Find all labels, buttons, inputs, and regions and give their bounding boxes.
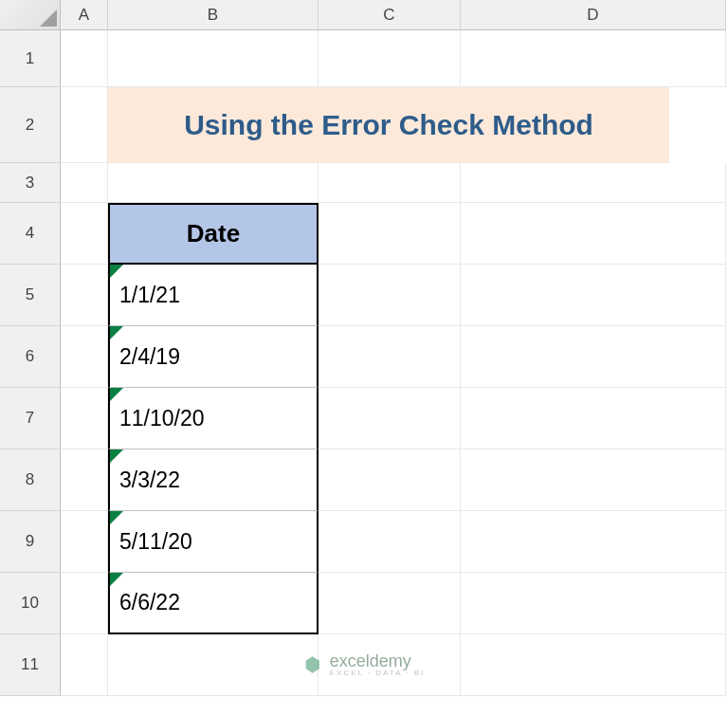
row-header-9[interactable]: 9 <box>0 511 61 573</box>
row-header-10[interactable]: 10 <box>0 573 61 634</box>
col-header-c[interactable]: C <box>318 0 461 30</box>
error-indicator-icon[interactable] <box>110 573 123 586</box>
col-header-a[interactable]: A <box>61 0 108 30</box>
col-header-b[interactable]: B <box>108 0 318 30</box>
cell-b9[interactable]: 5/11/20 <box>108 511 318 573</box>
cell-a11[interactable] <box>61 634 108 696</box>
cell-d9[interactable] <box>461 511 726 573</box>
row-header-11[interactable]: 11 <box>0 634 61 696</box>
cell-d6[interactable] <box>461 326 726 388</box>
row-header-5[interactable]: 5 <box>0 265 61 326</box>
table-header[interactable]: Date <box>108 203 318 265</box>
cell-d11[interactable] <box>461 634 726 696</box>
cell-d1[interactable] <box>461 30 726 87</box>
cell-a9[interactable] <box>61 511 108 573</box>
error-indicator-icon[interactable] <box>110 511 123 524</box>
row-header-7[interactable]: 7 <box>0 388 61 449</box>
spreadsheet-grid: A B C D 1 2 Using the Error Check Method… <box>0 0 728 696</box>
cell-a7[interactable] <box>61 388 108 449</box>
col-header-d[interactable]: D <box>461 0 726 30</box>
row-header-2[interactable]: 2 <box>0 87 61 163</box>
cell-b5[interactable]: 1/1/21 <box>108 265 318 326</box>
error-indicator-icon[interactable] <box>110 388 123 401</box>
cell-b7[interactable]: 11/10/20 <box>108 388 318 449</box>
row-header-4[interactable]: 4 <box>0 203 61 265</box>
watermark-main: exceldemy <box>330 652 426 669</box>
cell-b8[interactable]: 3/3/22 <box>108 449 318 511</box>
watermark: exceldemy EXCEL · DATA · BI <box>303 652 426 677</box>
cell-c4[interactable] <box>318 203 461 265</box>
row-header-8[interactable]: 8 <box>0 449 61 511</box>
cell-a2[interactable] <box>61 87 108 163</box>
cell-d4[interactable] <box>461 203 726 265</box>
cell-c10[interactable] <box>318 573 461 634</box>
cell-a4[interactable] <box>61 203 108 265</box>
cell-a1[interactable] <box>61 30 108 87</box>
row-header-3[interactable]: 3 <box>0 163 61 203</box>
cell-b10[interactable]: 6/6/22 <box>108 573 318 634</box>
watermark-sub: EXCEL · DATA · BI <box>330 669 426 677</box>
title-text: Using the Error Check Method <box>184 109 593 141</box>
cell-b3[interactable] <box>108 163 318 203</box>
select-all-corner[interactable] <box>0 0 61 30</box>
watermark-cube-icon <box>303 655 322 674</box>
row-header-6[interactable]: 6 <box>0 326 61 388</box>
cell-a8[interactable] <box>61 449 108 511</box>
cell-value: 2/4/19 <box>119 344 180 370</box>
error-indicator-icon[interactable] <box>110 326 123 339</box>
cell-a6[interactable] <box>61 326 108 388</box>
cell-a5[interactable] <box>61 265 108 326</box>
row-header-1[interactable]: 1 <box>0 30 61 87</box>
cell-c8[interactable] <box>318 449 461 511</box>
cell-value: 1/1/21 <box>119 283 180 308</box>
cell-b1[interactable] <box>108 30 318 87</box>
cell-c3[interactable] <box>318 163 461 203</box>
cell-c1[interactable] <box>318 30 461 87</box>
title-merged-cell[interactable]: Using the Error Check Method <box>108 87 669 163</box>
cell-a10[interactable] <box>61 573 108 634</box>
cell-c6[interactable] <box>318 326 461 388</box>
cell-value: 11/10/20 <box>119 406 205 431</box>
cell-c7[interactable] <box>318 388 461 449</box>
cell-d8[interactable] <box>461 449 726 511</box>
cell-b11[interactable] <box>108 634 318 696</box>
cell-value: 5/11/20 <box>119 529 192 555</box>
cell-c9[interactable] <box>318 511 461 573</box>
cell-d5[interactable] <box>461 265 726 326</box>
cell-d7[interactable] <box>461 388 726 449</box>
error-indicator-icon[interactable] <box>110 449 123 463</box>
cell-d3[interactable] <box>461 163 726 203</box>
cell-d10[interactable] <box>461 573 726 634</box>
cell-c5[interactable] <box>318 265 461 326</box>
cell-a3[interactable] <box>61 163 108 203</box>
cell-value: 6/6/22 <box>119 590 180 615</box>
cell-b6[interactable]: 2/4/19 <box>108 326 318 388</box>
error-indicator-icon[interactable] <box>110 265 123 278</box>
cell-value: 3/3/22 <box>119 468 180 493</box>
